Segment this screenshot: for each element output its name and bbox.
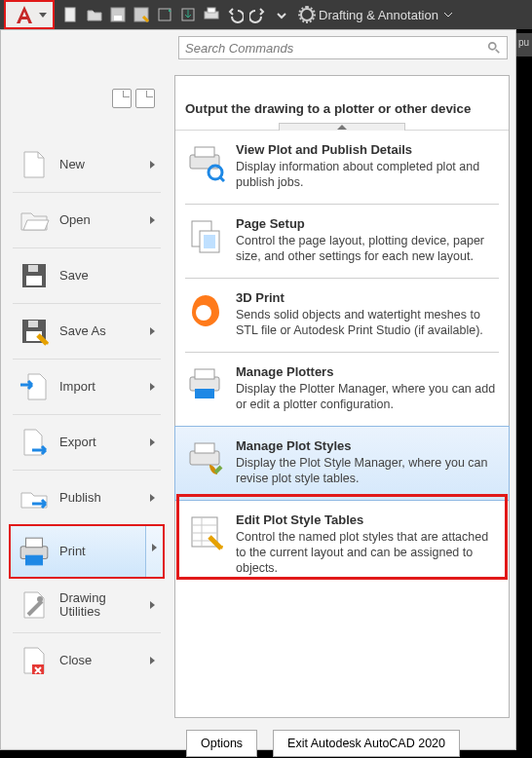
- svg-point-8: [489, 43, 496, 50]
- chevron-up-icon: [337, 125, 347, 130]
- menu-item-new[interactable]: New: [11, 137, 163, 192]
- submenu-item-manage-plot-styles[interactable]: Manage Plot Styles Display the Plot Styl…: [175, 427, 509, 500]
- new-icon[interactable]: [62, 6, 80, 23]
- menu-item-export[interactable]: Export: [11, 415, 163, 470]
- recent-doc-view-icons: [112, 89, 155, 108]
- chevron-right-icon: [150, 161, 155, 169]
- svg-rect-10: [26, 276, 42, 285]
- heading-text: Output the drawing to a plotter or other…: [185, 101, 471, 116]
- save-icon[interactable]: [109, 6, 127, 23]
- submenu-item-view-plot-details[interactable]: View Plot and Publish Details Display in…: [175, 131, 509, 204]
- menu-item-import[interactable]: Import: [11, 360, 163, 414]
- open-icon[interactable]: [86, 6, 103, 23]
- 3d-print-icon: [185, 290, 226, 331]
- close-file-icon: [17, 643, 52, 678]
- import-icon: [17, 369, 52, 404]
- submenu-item-manage-plotters[interactable]: Manage Plotters Display the Plotter Mana…: [175, 353, 509, 426]
- item-title: View Plot and Publish Details: [236, 142, 499, 157]
- menu-item-save[interactable]: Save: [11, 248, 163, 303]
- openweb-icon[interactable]: [156, 6, 173, 23]
- menu-item-open[interactable]: Open: [11, 193, 163, 247]
- item-title: Manage Plot Styles: [236, 438, 499, 453]
- menu-label: Print: [59, 545, 86, 558]
- menu-label: Save As: [59, 324, 106, 338]
- svg-point-26: [196, 305, 211, 321]
- menu-label: New: [59, 158, 85, 171]
- gear-icon: [300, 8, 314, 21]
- svg-rect-14: [28, 321, 38, 327]
- submenu-indicator: [145, 526, 163, 577]
- menu-item-publish[interactable]: Publish: [11, 471, 163, 525]
- svg-rect-2: [114, 16, 122, 20]
- saveas-icon[interactable]: [133, 6, 150, 23]
- item-title: 3D Print: [236, 290, 499, 305]
- collapse-handle[interactable]: [279, 123, 405, 131]
- redo-icon[interactable]: [249, 6, 267, 23]
- quick-access-toolbar: Drafting & Annotation: [0, 0, 532, 29]
- print-submenu-list: View Plot and Publish Details Display in…: [175, 131, 509, 589]
- menu-item-print[interactable]: Print: [9, 524, 165, 579]
- save-icon: [17, 258, 52, 293]
- item-title: Manage Plotters: [236, 364, 499, 379]
- item-title: Edit Plot Style Tables: [236, 512, 499, 527]
- export-icon: [17, 425, 52, 460]
- menu-label: Publish: [59, 491, 101, 505]
- recent-docs-icon[interactable]: [112, 89, 132, 108]
- application-menu-panel: Search Commands New Open Save: [0, 29, 516, 750]
- chevron-right-icon: [150, 438, 155, 446]
- menu-item-saveas[interactable]: Save As: [11, 304, 163, 359]
- search-icon: [487, 41, 501, 55]
- app-menu-list: New Open Save Save As: [11, 137, 163, 688]
- plot-icon[interactable]: [203, 6, 220, 23]
- undo-icon[interactable]: [226, 6, 244, 23]
- menu-label: Save: [59, 269, 89, 283]
- dropdown-caret-icon: [39, 13, 47, 18]
- qat-dropdown-icon[interactable]: [273, 6, 290, 23]
- page-setup-icon: [185, 216, 226, 257]
- chevron-right-icon: [150, 327, 155, 335]
- svg-rect-7: [208, 8, 215, 13]
- svg-rect-28: [195, 369, 214, 379]
- menu-label: Drawing Utilities: [59, 591, 132, 619]
- footer-buttons: Options Exit Autodesk AutoCAD 2020: [186, 730, 460, 757]
- options-button[interactable]: Options: [186, 730, 257, 757]
- edit-plot-style-tables-icon: [185, 512, 226, 553]
- saveweb-icon[interactable]: [179, 6, 197, 23]
- svg-rect-16: [26, 538, 43, 548]
- open-docs-icon[interactable]: [135, 89, 155, 108]
- submenu-item-edit-plot-style-tables[interactable]: Edit Plot Style Tables Control the named…: [175, 501, 509, 589]
- search-placeholder: Search Commands: [185, 41, 293, 56]
- utilities-icon: [17, 587, 52, 623]
- svg-point-18: [37, 596, 43, 602]
- item-desc: Display the Plotter Manager, where you c…: [236, 381, 499, 412]
- qat-icons: [62, 6, 290, 23]
- item-desc: Sends solid objects and watertight meshe…: [236, 307, 499, 338]
- item-desc: Display information about completed plot…: [236, 159, 499, 190]
- submenu-item-3d-print[interactable]: 3D Print Sends solid objects and waterti…: [175, 279, 509, 352]
- svg-rect-29: [195, 389, 214, 398]
- publish-icon: [17, 480, 52, 515]
- submenu-item-page-setup[interactable]: Page Setup Control the page layout, plot…: [175, 205, 509, 278]
- menu-item-close[interactable]: Close: [11, 633, 163, 688]
- svg-rect-21: [195, 147, 214, 157]
- workspace-switcher[interactable]: Drafting & Annotation: [300, 8, 453, 22]
- new-doc-icon: [17, 147, 52, 182]
- menu-label: Export: [59, 436, 96, 449]
- right-panel-stub: pu: [516, 33, 532, 57]
- view-plot-icon: [185, 142, 226, 183]
- saveas-icon: [17, 314, 52, 349]
- autocad-logo-icon: [13, 3, 36, 26]
- search-commands-input[interactable]: Search Commands: [178, 36, 508, 59]
- item-desc: Display the Plot Style Manager, where yo…: [236, 455, 499, 486]
- menu-item-drawing-utilities[interactable]: Drawing Utilities: [11, 578, 163, 632]
- item-title: Page Setup: [236, 216, 499, 231]
- exit-button[interactable]: Exit Autodesk AutoCAD 2020: [273, 730, 460, 757]
- manage-plotters-icon: [185, 364, 226, 405]
- menu-label: Close: [59, 654, 92, 667]
- svg-rect-25: [204, 235, 215, 248]
- menu-label: Open: [59, 213, 91, 227]
- manage-plot-styles-icon: [185, 438, 226, 479]
- application-menu-button[interactable]: [4, 0, 55, 29]
- chevron-right-icon: [150, 601, 155, 609]
- item-desc: Control the page layout, plotting device…: [236, 233, 499, 264]
